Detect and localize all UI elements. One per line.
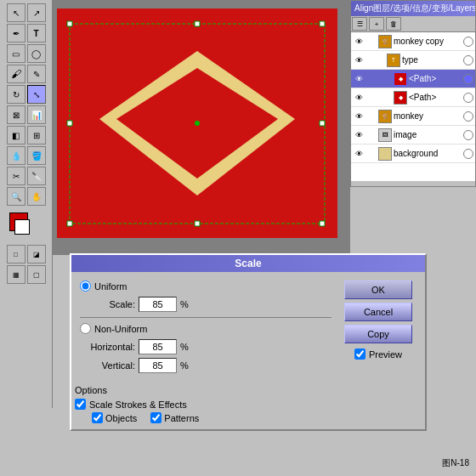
preview-checkbox[interactable] (354, 348, 366, 360)
zoom-tool[interactable]: 🔍 (7, 187, 26, 206)
background-color[interactable] (14, 219, 30, 235)
screen-mode[interactable]: ▦ (7, 265, 26, 284)
pencil-tool[interactable]: ✎ (27, 65, 46, 83)
layer-circle-monkey[interactable] (463, 111, 473, 122)
options-label: Options (75, 385, 422, 395)
dialog-left: Uniform Scale: % Non-Uniform Horizontal:… (80, 280, 332, 377)
svg-rect-11 (67, 21, 72, 26)
horizontal-label: Horizontal: (80, 342, 135, 352)
layer-circle-image[interactable] (463, 130, 473, 140)
dialog-title: Scale (71, 255, 425, 272)
eyedropper-tool[interactable]: 💧 (7, 146, 26, 165)
tool-row-3: ▭ ◯ (7, 44, 46, 63)
patterns-checkbox[interactable] (150, 412, 162, 423)
tool-row-modes: □ ◪ (7, 245, 46, 264)
tool-row-9: ✂ 🔪 (7, 167, 46, 185)
visibility-eye-2[interactable]: 👁 (353, 54, 365, 66)
rectangle-tool[interactable]: ▭ (7, 44, 26, 63)
direct-select-tool[interactable]: ↗ (27, 3, 46, 22)
ok-button[interactable]: OK (344, 280, 412, 299)
paintbrush-tool[interactable]: 🖌 (7, 65, 26, 83)
uniform-radio[interactable] (80, 280, 91, 292)
layer-name-path-2: <Path> (409, 93, 462, 102)
layer-item-path-2[interactable]: 👁 ◆ <Path> (351, 88, 475, 107)
layer-thumb-type: T (387, 54, 400, 67)
scale-tool[interactable]: ⤡ (27, 85, 46, 104)
svg-rect-15 (320, 121, 325, 126)
objects-label: Objects (105, 413, 137, 423)
tool-row-4: 🖌 ✎ (7, 65, 46, 83)
full-screen[interactable]: ▢ (27, 265, 46, 284)
canvas-svg (57, 8, 337, 238)
cancel-button[interactable]: Cancel (344, 303, 412, 321)
layer-circle-path2[interactable] (463, 93, 473, 103)
copy-button[interactable]: Copy (344, 325, 412, 343)
lock-5[interactable] (366, 111, 377, 122)
lock-6[interactable] (366, 130, 377, 140)
preview-row: Preview (354, 348, 402, 360)
scissors-tool[interactable]: ✂ (7, 167, 26, 185)
options-section: Options Scale Strokes & Effects Objects … (71, 385, 425, 429)
blend-tool[interactable]: ⊠ (7, 105, 26, 124)
uniform-row: Uniform (80, 280, 332, 292)
gradient-tool[interactable]: ◧ (7, 126, 26, 144)
rotate-tool[interactable]: ↻ (7, 85, 26, 104)
visibility-eye-3[interactable]: 👁 (353, 73, 365, 85)
lock-2[interactable] (366, 55, 377, 65)
tool-row-1: ↖ ↗ (7, 3, 46, 22)
objects-checkbox[interactable] (92, 412, 103, 423)
lock-1[interactable] (366, 37, 377, 47)
ellipse-tool[interactable]: ◯ (27, 44, 46, 63)
lock-3[interactable] (366, 74, 377, 84)
layer-thumb-1: 🐒 (378, 35, 392, 48)
visibility-eye-1[interactable]: 👁 (353, 36, 365, 48)
knife-tool[interactable]: 🔪 (27, 167, 46, 185)
layer-item-image[interactable]: 👁 🖼 image (351, 126, 475, 144)
layers-new-btn[interactable]: + (369, 17, 384, 31)
visibility-eye-5[interactable]: 👁 (353, 110, 365, 122)
vertical-input-row: Vertical: % (80, 358, 332, 373)
scale-dialog: Scale Uniform Scale: % Non-Uniform Horiz… (70, 253, 427, 431)
preview-label: Preview (369, 349, 402, 360)
layers-delete-btn[interactable]: 🗑 (386, 17, 401, 31)
arrow-tool[interactable]: ↖ (7, 3, 26, 22)
layer-item-monkey[interactable]: 👁 🐒 monkey (351, 107, 475, 126)
layer-thumb-monkey: 🐒 (378, 110, 392, 123)
layer-item-background[interactable]: 👁 background (351, 144, 475, 163)
tool-row-5: ↻ ⤡ (7, 85, 46, 104)
lock-7[interactable] (366, 149, 377, 159)
scale-value-input[interactable] (139, 297, 177, 312)
mesh-tool[interactable]: ⊞ (27, 126, 46, 144)
pen-tool[interactable]: ✒ (7, 24, 26, 42)
layer-circle-type[interactable] (463, 55, 473, 65)
vertical-value-input[interactable] (139, 358, 177, 373)
layer-thumb-path1: ◆ (394, 72, 407, 86)
layer-circle-bg[interactable] (463, 149, 473, 159)
normal-mode[interactable]: □ (7, 245, 26, 264)
visibility-eye-7[interactable]: 👁 (353, 148, 365, 160)
tool-row-8: 💧 🪣 (7, 146, 46, 165)
layers-menu-btn[interactable]: ☰ (352, 17, 367, 31)
hand-tool[interactable]: ✋ (27, 187, 46, 206)
chart-tool[interactable]: 📊 (27, 105, 46, 124)
objects-patterns-row: Objects Patterns (75, 412, 422, 423)
layer-item-monkey-copy[interactable]: 👁 🐒 monkey copy (351, 32, 475, 51)
layer-item-type[interactable]: 👁 T type (351, 51, 475, 70)
horizontal-value-input[interactable] (139, 339, 177, 354)
color-selector (9, 212, 43, 243)
scale-strokes-checkbox[interactable] (75, 399, 86, 410)
canvas-content (57, 8, 337, 238)
canvas-area (53, 0, 350, 255)
non-uniform-radio[interactable] (80, 323, 91, 334)
text-tool[interactable]: T (27, 24, 46, 42)
visibility-eye-6[interactable]: 👁 (353, 129, 365, 141)
uniform-label: Uniform (94, 281, 128, 292)
layer-circle-path1[interactable] (463, 74, 473, 84)
visibility-eye-4[interactable]: 👁 (353, 92, 365, 104)
tool-row-2: ✒ T (7, 24, 46, 42)
lock-4[interactable] (366, 93, 377, 103)
layer-circle-1[interactable] (463, 37, 473, 47)
layer-item-path-1[interactable]: 👁 ◆ <Path> (351, 70, 475, 88)
mask-mode[interactable]: ◪ (27, 245, 46, 264)
paint-bucket-tool[interactable]: 🪣 (27, 146, 46, 165)
